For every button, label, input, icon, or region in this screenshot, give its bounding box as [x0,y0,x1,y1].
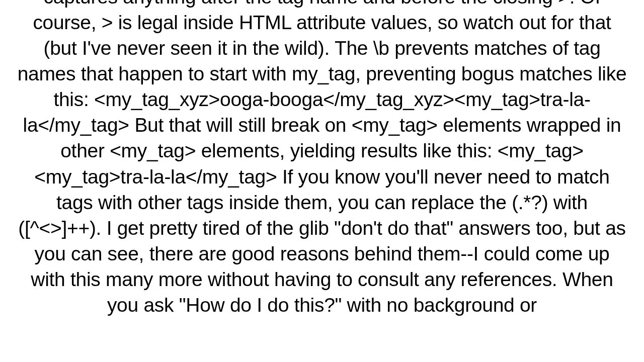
document-body: captures anything after the tag name and… [0,0,644,318]
document-text: captures anything after the tag name and… [18,0,627,316]
